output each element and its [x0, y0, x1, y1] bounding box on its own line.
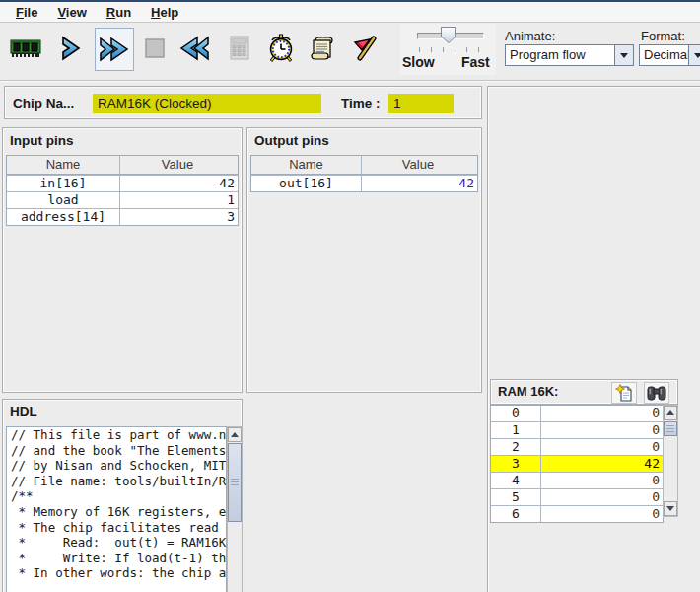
format-label: Format: — [641, 29, 685, 43]
animate-value: Program flow — [506, 45, 614, 65]
scroll-icon — [309, 35, 336, 62]
ram-value[interactable]: 0 — [541, 439, 663, 455]
ram-address: 2 — [491, 439, 541, 455]
ram-value[interactable]: 0 — [541, 506, 663, 522]
ram-address: 4 — [491, 473, 541, 488]
pin-value[interactable]: 42 — [120, 176, 238, 191]
speed-slider-panel: Slow Fast — [400, 24, 496, 75]
menu-view[interactable]: View — [47, 3, 96, 22]
ram-row-2: 2 0 — [491, 438, 663, 455]
ram-address: 6 — [491, 506, 541, 522]
pin-row-load: load 1 — [7, 191, 238, 208]
fast-forward-icon — [99, 36, 130, 63]
triangle-up-icon — [666, 410, 674, 415]
run-button[interactable] — [95, 28, 134, 71]
time-field: 1 — [388, 94, 454, 113]
ram-address: 5 — [491, 489, 541, 505]
animate-combobox[interactable]: Program flow — [505, 44, 634, 66]
speed-slider-thumb[interactable] — [441, 27, 456, 43]
ram-value[interactable]: 0 — [541, 406, 663, 421]
hdl-line: * Read: out(t) = RAM16K[address(t)](t) — [7, 535, 226, 551]
flag-icon — [352, 35, 380, 62]
clock-button[interactable] — [262, 28, 300, 69]
ram-value[interactable]: 0 — [541, 473, 663, 488]
reset-button[interactable] — [175, 28, 213, 69]
hdl-line: // This file is part of www.nand2tetris.… — [7, 427, 226, 443]
scroll-down-button[interactable] — [664, 501, 677, 516]
ram-value[interactable]: 42 — [541, 456, 663, 472]
table-header: Name Value — [7, 156, 238, 175]
output-pins-title: Output pins — [254, 133, 329, 148]
breakpoints-button[interactable] — [347, 28, 385, 69]
hdl-scrollbar[interactable] — [227, 426, 243, 592]
memory-chip-icon — [10, 37, 41, 60]
ram-scrollbar[interactable] — [663, 405, 678, 517]
menu-file[interactable]: File — [6, 3, 47, 22]
ram-find-button[interactable] — [644, 382, 669, 404]
ram-address: 0 — [491, 406, 541, 421]
ram-value[interactable]: 0 — [541, 489, 663, 505]
ram-row-4: 4 0 — [491, 472, 663, 488]
scroll-up-button[interactable] — [228, 427, 242, 442]
ram-scrollbar-thumb[interactable] — [664, 421, 677, 436]
format-combobox[interactable]: Decimal — [639, 44, 700, 66]
ram-address: 1 — [491, 422, 541, 438]
ram-table: 0 0 1 0 2 0 3 42 4 0 5 0 6 0 — [490, 405, 664, 523]
clear-document-icon — [615, 384, 633, 402]
chip-name-field[interactable]: RAM16K (Clocked) — [93, 94, 321, 113]
chevron-down-icon — [694, 53, 700, 58]
stop-square-icon — [143, 37, 167, 60]
format-value: Decimal — [640, 45, 688, 65]
output-pins-panel: Output pins Name Value out[16] 42 — [246, 127, 482, 393]
pin-row-in: in[16] 42 — [7, 175, 238, 191]
hdl-line: /** — [7, 488, 226, 504]
hdl-line: * In other words: the chip always output… — [7, 565, 226, 581]
chevron-down-icon — [620, 53, 628, 58]
pin-value[interactable]: 1 — [120, 192, 238, 208]
ram-title: RAM 16K: — [498, 384, 558, 399]
hdl-code-view[interactable]: // This file is part of www.nand2tetris.… — [6, 426, 227, 592]
slider-fast-label: Fast — [461, 54, 490, 70]
toolbar: Slow Fast Animate: Program flow Format: … — [0, 23, 700, 81]
triangle-down-icon — [666, 506, 674, 511]
hdl-line: // by Nisan and Schocken, MIT Press. — [7, 458, 226, 474]
script-button[interactable] — [304, 28, 341, 69]
rewind-icon — [178, 35, 210, 62]
single-step-button[interactable] — [52, 28, 90, 69]
hardware-simulator-window: File View Run Help — [0, 0, 700, 592]
ram-row-3-highlighted: 3 42 — [491, 455, 663, 472]
hdl-scrollbar-thumb[interactable] — [228, 443, 242, 522]
ram-row-6: 6 0 — [491, 505, 663, 522]
menu-help[interactable]: Help — [141, 3, 188, 22]
ram-value[interactable]: 0 — [541, 422, 663, 438]
slider-slow-label: Slow — [402, 54, 435, 70]
hdl-line: * The chip facilitates read and write op… — [7, 520, 226, 536]
animate-label: Animate: — [505, 29, 555, 43]
menu-run[interactable]: Run — [97, 3, 141, 22]
calculator-button — [221, 28, 258, 69]
calculator-icon — [227, 35, 252, 62]
table-header: Name Value — [251, 156, 477, 175]
triangle-up-icon — [231, 432, 239, 437]
format-dropdown-button[interactable] — [688, 45, 700, 65]
pin-value[interactable]: 42 — [362, 176, 477, 191]
animate-dropdown-button[interactable] — [614, 45, 633, 65]
input-pins-panel: Input pins Name Value in[16] 42 load 1 a… — [2, 127, 243, 393]
scroll-up-button[interactable] — [664, 406, 677, 420]
pin-value[interactable]: 3 — [120, 209, 238, 225]
chip-name-label: Chip Na... — [13, 96, 74, 111]
alarm-clock-icon — [266, 34, 296, 63]
pin-name: load — [7, 192, 120, 208]
output-pins-table: Name Value out[16] 42 — [250, 155, 478, 192]
pin-name: out[16] — [251, 176, 362, 191]
ram-clear-button[interactable] — [611, 382, 637, 404]
time-label: Time : — [341, 96, 381, 111]
pin-name: address[14] — [7, 209, 120, 225]
stop-button — [136, 28, 174, 69]
input-pins-table: Name Value in[16] 42 load 1 address[14] … — [6, 155, 239, 226]
ram-row-5: 5 0 — [491, 488, 663, 505]
hdl-panel: HDL // This file is part of www.nand2tet… — [2, 399, 243, 592]
load-chip-button[interactable] — [7, 28, 44, 69]
hdl-line: // File name: tools/builtIn/RAM16K.hdl — [7, 474, 226, 489]
ram-header: RAM 16K: — [490, 379, 678, 405]
